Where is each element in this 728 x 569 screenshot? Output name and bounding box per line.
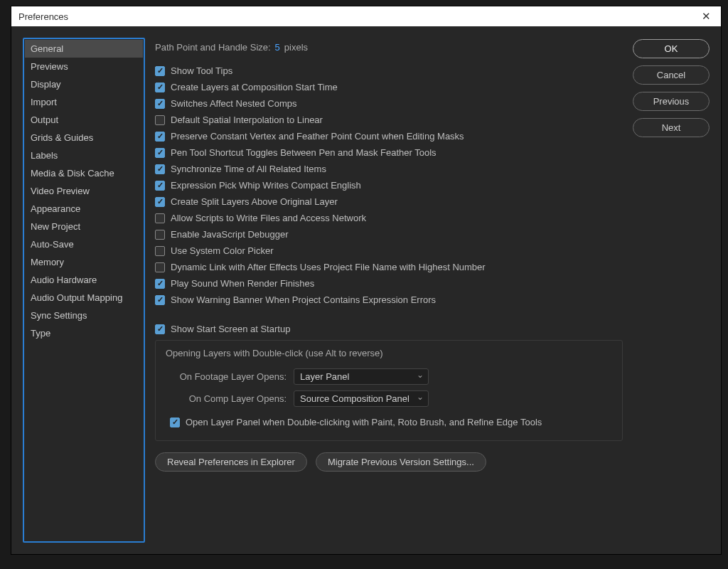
dialog-body: GeneralPreviewsDisplayImportOutputGrids …	[11, 26, 721, 554]
sidebar-item-memory[interactable]: Memory	[25, 253, 143, 271]
cancel-button[interactable]: Cancel	[633, 65, 710, 85]
checkbox[interactable]	[155, 230, 165, 240]
comp-layer-label: On Comp Layer Opens:	[166, 393, 287, 404]
path-point-unit: pixels	[284, 42, 308, 53]
checkbox[interactable]	[155, 164, 165, 174]
footage-layer-row: On Footage Layer Opens: Layer Panel	[166, 366, 612, 388]
checkbox-label: Show Warning Banner When Project Contain…	[171, 294, 436, 305]
check-row: Enable JavaScript Debugger	[155, 226, 623, 243]
sidebar-item-audio-hardware[interactable]: Audio Hardware	[25, 271, 143, 289]
checkbox[interactable]	[155, 132, 165, 142]
check-row: Preserve Constant Vertex and Feather Poi…	[155, 128, 623, 144]
comp-layer-row: On Comp Layer Opens: Source Composition …	[166, 388, 612, 410]
ok-button[interactable]: OK	[633, 39, 710, 58]
footage-layer-label: On Footage Layer Opens:	[166, 371, 287, 382]
sidebar-item-import[interactable]: Import	[25, 93, 143, 111]
checkbox-label: Play Sound When Render Finishes	[171, 278, 314, 289]
check-row: Show Tool Tips	[155, 63, 623, 79]
main-area: Path Point and Handle Size: 5 pixels Sho…	[155, 38, 710, 543]
checkbox[interactable]	[155, 295, 165, 305]
sidebar-item-video-preview[interactable]: Video Preview	[25, 182, 143, 200]
sidebar-item-new-project[interactable]: New Project	[25, 218, 143, 235]
checkbox-label: Preserve Constant Vertex and Feather Poi…	[171, 131, 464, 142]
category-sidebar: GeneralPreviewsDisplayImportOutputGrids …	[23, 38, 145, 543]
sidebar-item-labels[interactable]: Labels	[25, 147, 143, 164]
open-layer-panel-row: Open Layer Panel when Double-clicking wi…	[166, 414, 612, 430]
sidebar-item-type[interactable]: Type	[25, 324, 143, 342]
checkbox[interactable]	[155, 262, 165, 272]
general-checkboxes: Show Tool TipsCreate Layers at Compositi…	[155, 63, 623, 308]
show-start-screen-checkbox[interactable]	[155, 324, 165, 334]
checkbox[interactable]	[155, 197, 165, 207]
footage-layer-select[interactable]: Layer Panel	[294, 368, 429, 385]
path-point-value[interactable]: 5	[275, 42, 280, 53]
checkbox[interactable]	[155, 246, 165, 256]
check-row: Show Warning Banner When Project Contain…	[155, 292, 623, 308]
fieldset-legend: Opening Layers with Double-click (use Al…	[166, 348, 612, 358]
preferences-dialog: Preferences ✕ GeneralPreviewsDisplayImpo…	[11, 6, 722, 555]
double-click-fieldset: Opening Layers with Double-click (use Al…	[155, 340, 623, 441]
checkbox[interactable]	[155, 66, 165, 76]
footage-layer-value: Layer Panel	[300, 371, 349, 382]
checkbox[interactable]	[155, 115, 165, 125]
comp-layer-select[interactable]: Source Composition Panel	[294, 390, 429, 407]
close-icon[interactable]: ✕	[697, 9, 715, 24]
bottom-button-row: Reveal Preferences in Explorer Migrate P…	[155, 452, 623, 472]
check-row: Use System Color Picker	[155, 243, 623, 259]
sidebar-item-output[interactable]: Output	[25, 111, 143, 129]
checkbox-label: Dynamic Link with After Effects Uses Pro…	[171, 262, 486, 272]
checkbox-label: Use System Color Picker	[171, 245, 273, 256]
checkbox-label: Allow Scripts to Write Files and Access …	[171, 213, 366, 223]
checkbox-label: Create Layers at Composition Start Time	[171, 82, 338, 92]
check-row: Expression Pick Whip Writes Compact Engl…	[155, 177, 623, 193]
path-point-row: Path Point and Handle Size: 5 pixels	[155, 42, 623, 53]
checkbox[interactable]	[155, 181, 165, 191]
sidebar-item-sync-settings[interactable]: Sync Settings	[25, 307, 143, 324]
next-button[interactable]: Next	[633, 118, 710, 137]
open-layer-panel-label: Open Layer Panel when Double-clicking wi…	[186, 417, 542, 427]
settings-panel: Path Point and Handle Size: 5 pixels Sho…	[155, 38, 623, 543]
sidebar-item-audio-output-mapping[interactable]: Audio Output Mapping	[25, 289, 143, 307]
sidebar-item-display[interactable]: Display	[25, 75, 143, 93]
sidebar-item-previews[interactable]: Previews	[25, 58, 143, 75]
sidebar-item-media-disk-cache[interactable]: Media & Disk Cache	[25, 164, 143, 182]
check-row: Pen Tool Shortcut Toggles Between Pen an…	[155, 144, 623, 161]
checkbox-label: Show Tool Tips	[171, 65, 232, 76]
check-row: Switches Affect Nested Comps	[155, 95, 623, 112]
right-button-column: OK Cancel Previous Next	[633, 38, 710, 543]
checkbox-label: Synchronize Time of All Related Items	[171, 164, 326, 174]
check-row: Synchronize Time of All Related Items	[155, 161, 623, 177]
sidebar-item-grids-guides[interactable]: Grids & Guides	[25, 129, 143, 147]
checkbox-label: Pen Tool Shortcut Toggles Between Pen an…	[171, 147, 437, 158]
sidebar-item-appearance[interactable]: Appearance	[25, 200, 143, 218]
checkbox-label: Create Split Layers Above Original Layer	[171, 196, 338, 207]
open-layer-panel-checkbox[interactable]	[170, 418, 180, 427]
path-point-label: Path Point and Handle Size:	[155, 42, 271, 53]
checkbox-label: Expression Pick Whip Writes Compact Engl…	[171, 180, 361, 191]
checkbox[interactable]	[155, 213, 165, 223]
previous-button[interactable]: Previous	[633, 92, 710, 111]
check-row: Create Layers at Composition Start Time	[155, 79, 623, 95]
show-start-screen-label: Show Start Screen at Startup	[171, 324, 290, 334]
comp-layer-value: Source Composition Panel	[300, 393, 410, 404]
check-row: Dynamic Link with After Effects Uses Pro…	[155, 259, 623, 275]
checkbox[interactable]	[155, 279, 165, 289]
startup-check-row: Show Start Screen at Startup	[155, 321, 623, 337]
dialog-title: Preferences	[18, 11, 68, 22]
checkbox-label: Enable JavaScript Debugger	[171, 229, 289, 240]
checkbox[interactable]	[155, 99, 165, 109]
sidebar-item-auto-save[interactable]: Auto-Save	[25, 235, 143, 253]
reveal-preferences-button[interactable]: Reveal Preferences in Explorer	[155, 452, 307, 472]
checkbox[interactable]	[155, 148, 165, 158]
checkbox-label: Default Spatial Interpolation to Linear	[171, 115, 323, 125]
titlebar: Preferences ✕	[11, 6, 721, 26]
check-row: Play Sound When Render Finishes	[155, 275, 623, 292]
check-row: Create Split Layers Above Original Layer	[155, 193, 623, 210]
check-row: Default Spatial Interpolation to Linear	[155, 112, 623, 128]
check-row: Allow Scripts to Write Files and Access …	[155, 210, 623, 226]
checkbox-label: Switches Affect Nested Comps	[171, 98, 297, 109]
migrate-settings-button[interactable]: Migrate Previous Version Settings...	[316, 452, 486, 472]
sidebar-item-general[interactable]: General	[25, 40, 143, 58]
checkbox[interactable]	[155, 83, 165, 92]
